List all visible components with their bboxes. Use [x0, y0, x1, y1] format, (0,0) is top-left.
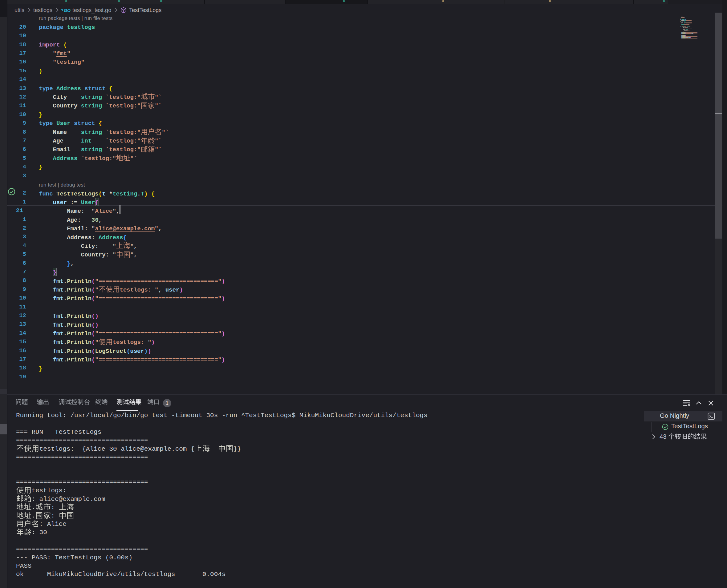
- svg-text:GO: GO: [64, 8, 70, 13]
